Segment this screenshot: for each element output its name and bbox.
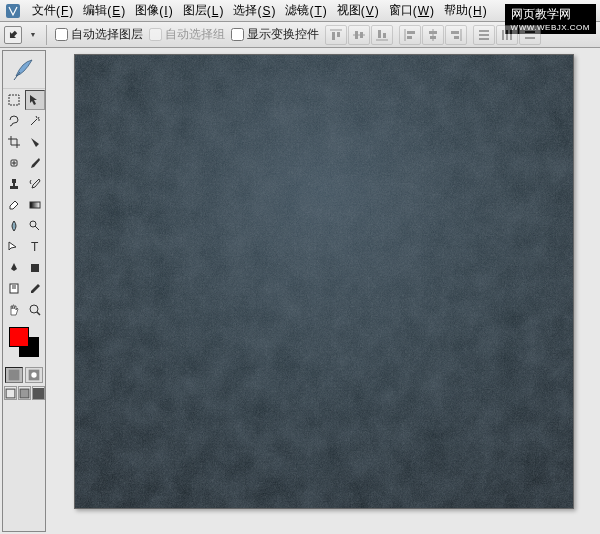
menu-view[interactable]: 视图(V) [333,0,383,21]
toolbox: T [2,50,46,532]
healing-tool[interactable] [4,153,24,173]
show-transform-checkbox[interactable] [231,28,244,41]
standard-mode-button[interactable] [5,367,23,383]
svg-rect-18 [454,36,459,39]
menu-select[interactable]: 选择(S) [229,0,279,21]
svg-rect-15 [430,36,436,39]
eraser-tool[interactable] [4,195,24,215]
menu-window[interactable]: 窗口(W) [385,0,438,21]
options-bar: ▼ 自动选择图层 自动选择组 显示变换控件 [0,22,600,48]
mask-mode-row [3,367,45,383]
svg-rect-24 [510,30,512,40]
menu-filter[interactable]: 滤镜(T) [281,0,330,21]
svg-rect-20 [479,34,489,36]
shape-tool[interactable] [25,258,45,278]
svg-rect-33 [13,183,15,186]
svg-rect-9 [383,33,386,38]
menu-edit[interactable]: 编辑(E) [79,0,129,21]
foreground-color[interactable] [9,327,29,347]
align-top-button [325,25,347,45]
svg-rect-23 [506,30,508,40]
color-swatches[interactable] [3,325,45,361]
zoom-tool[interactable] [25,300,45,320]
svg-rect-28 [9,95,19,105]
svg-rect-11 [407,31,415,34]
screen-standard-button[interactable] [4,386,17,400]
svg-rect-26 [525,37,535,39]
menu-layer[interactable]: 图层(L) [179,0,228,21]
svg-rect-39 [31,264,39,272]
svg-rect-32 [12,179,16,183]
separator [46,25,47,45]
notes-tool[interactable] [4,279,24,299]
svg-rect-2 [332,32,335,40]
current-tool-preset[interactable] [4,26,22,44]
svg-rect-3 [337,32,340,37]
workspace: T [0,48,600,534]
svg-rect-17 [451,31,459,34]
app-icon [4,2,22,20]
blur-tool[interactable] [4,216,24,236]
path-tool[interactable] [4,237,24,257]
history-brush-tool[interactable] [25,174,45,194]
pen-tool[interactable] [4,258,24,278]
svg-rect-14 [429,31,437,34]
slice-tool[interactable] [25,132,45,152]
svg-point-47 [31,372,36,377]
document-canvas[interactable] [74,54,574,509]
svg-rect-35 [30,202,40,208]
auto-select-group-label: 自动选择组 [165,26,225,43]
svg-rect-8 [378,30,381,38]
brush-tool[interactable] [25,153,45,173]
show-transform-option[interactable]: 显示变换控件 [231,26,319,43]
align-vcenter-button [348,25,370,45]
align-bottom-button [371,25,393,45]
auto-select-group-option: 自动选择组 [149,26,225,43]
crop-tool[interactable] [4,132,24,152]
auto-select-layer-checkbox[interactable] [55,28,68,41]
svg-rect-48 [6,389,15,398]
menu-image[interactable]: 图像(I) [131,0,176,21]
svg-rect-19 [479,30,489,32]
marquee-tool[interactable] [4,90,24,110]
svg-rect-6 [360,32,363,38]
quickmask-mode-button[interactable] [25,367,43,383]
eyedropper-tool[interactable] [25,279,45,299]
align-hcenter-button [422,25,444,45]
svg-rect-5 [355,31,358,39]
svg-line-44 [37,312,40,315]
svg-rect-55 [75,55,573,508]
svg-line-37 [35,226,39,230]
align-left-button [399,25,421,45]
svg-rect-34 [10,186,18,189]
menu-help[interactable]: 帮助(H) [440,0,491,21]
feather-logo-icon [3,51,45,89]
screen-full-button[interactable] [32,386,45,400]
svg-rect-45 [9,370,20,381]
gradient-tool[interactable] [25,195,45,215]
align-right-button [445,25,467,45]
chevron-down-icon[interactable]: ▼ [28,26,38,44]
svg-rect-22 [502,30,504,40]
hand-tool[interactable] [4,300,24,320]
type-tool[interactable]: T [25,237,45,257]
svg-text:T: T [31,240,39,254]
screen-mode-row [3,386,45,400]
canvas-area [48,48,600,534]
show-transform-label: 显示变换控件 [247,26,319,43]
move-tool[interactable] [25,90,45,110]
dodge-tool[interactable] [25,216,45,236]
align-buttons [325,25,393,45]
align-buttons-h [399,25,467,45]
svg-rect-12 [407,36,412,39]
lasso-tool[interactable] [4,111,24,131]
auto-select-layer-option[interactable]: 自动选择图层 [55,26,143,43]
screen-full-menubar-button[interactable] [18,386,31,400]
stamp-tool[interactable] [4,174,24,194]
distribute-buttons [473,25,541,45]
svg-point-43 [30,305,38,313]
distribute-3-button [519,25,541,45]
wand-tool[interactable] [25,111,45,131]
menu-file[interactable]: 文件(F) [28,0,77,21]
auto-select-group-checkbox [149,28,162,41]
